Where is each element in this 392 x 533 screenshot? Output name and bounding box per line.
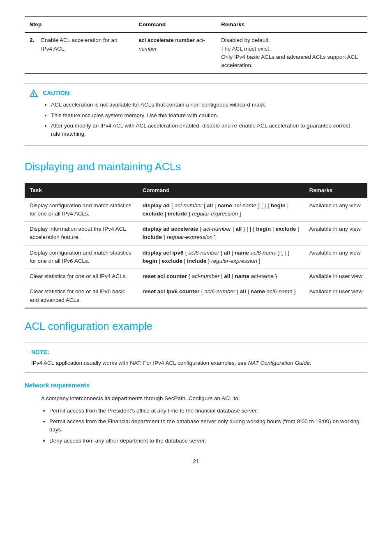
table-row: Clear statistics for one or all IPv6 bas… — [25, 284, 367, 308]
remarks-cell: Available in user view — [304, 284, 367, 308]
intro-text: A company interconnects its departments … — [25, 394, 367, 403]
step-table: Step Command Remarks 2. Enable ACL accel… — [25, 16, 367, 74]
col-task: Task — [25, 183, 138, 198]
list-item: Permit access from the Financial departm… — [49, 417, 367, 434]
note-content: IPv4 ACL application usually works with … — [31, 359, 361, 367]
remarks-cell: Available in user view — [304, 269, 367, 284]
command-bold: acl accelerate number — [138, 37, 195, 43]
remark-line1: Disabled by default. — [221, 36, 362, 44]
list-item: Deny access from any other department to… — [49, 437, 367, 445]
note-box: NOTE: IPv4 ACL application usually works… — [25, 343, 367, 373]
caution-box: CAUTION: ACL acceleration is not availab… — [25, 83, 367, 146]
maintaining-table: Task Command Remarks Display configurati… — [25, 183, 367, 308]
note-italic: NAT Configuration Guide — [248, 360, 310, 366]
step-description: Enable ACL acceleration for an IPv4 ACL. — [41, 36, 129, 53]
cmd-text: reset acl ipv6 counter { acl6-number | a… — [143, 288, 296, 294]
subsection-title: Network requirements — [25, 381, 367, 390]
command-cell: display ad accelerate { acl-number | all… — [138, 222, 304, 246]
table-row: 2. Enable ACL acceleration for an IPv4 A… — [25, 32, 367, 73]
caution-icon — [30, 89, 38, 101]
note-text: IPv4 ACL application usually works with … — [31, 360, 247, 366]
col-command: Command — [134, 17, 216, 32]
col-command: Command — [138, 183, 304, 198]
step-cell: 2. Enable ACL acceleration for an IPv4 A… — [25, 32, 134, 73]
task-cell: Display configuration and match statisti… — [25, 198, 138, 222]
task-cell: Clear statistics for one or all IPv6 bas… — [25, 284, 138, 308]
section2-title: ACL configuration example — [25, 318, 367, 334]
section1-title: Displaying and maintaining ACLs — [25, 159, 367, 175]
page-number: 21 — [25, 457, 367, 466]
task-cell: Display information about the IPv4 ACL a… — [25, 222, 138, 246]
command-cell: reset acl counter { acl-number | all | n… — [138, 269, 304, 284]
svg-point-2 — [33, 95, 34, 96]
remarks-cell: Available in any view — [304, 245, 367, 269]
col-remarks: Remarks — [216, 17, 367, 32]
cmd-text: display ad { acl-number | all | name acl… — [143, 202, 289, 217]
caution-item: After you modify an IPv4 ACL with ACL ac… — [51, 122, 361, 139]
col-remarks: Remarks — [304, 183, 367, 198]
task-cell: Clear statistics for one or all IPv4 ACL… — [25, 269, 138, 284]
caution-item: This feature occupies system memory. Use… — [51, 111, 361, 120]
table-row: Display information about the IPv4 ACL a… — [25, 222, 367, 246]
task-cell: Display configuration and match statisti… — [25, 245, 138, 269]
command-cell: acl accelerate number acl-number — [134, 32, 216, 73]
requirements-list: Permit access from the President's offic… — [25, 407, 367, 445]
command-cell: display ad { acl-number | all | name acl… — [138, 198, 304, 222]
cmd-text: display ad accelerate { acl-number | all… — [143, 226, 299, 240]
note-suffix: . — [310, 360, 311, 366]
command-cell: display acl ipv6 { acl6-number | all | n… — [138, 245, 304, 269]
caution-label: CAUTION: — [43, 89, 361, 97]
caution-content: CAUTION: ACL acceleration is not availab… — [43, 89, 361, 140]
note-label: NOTE: — [31, 348, 361, 357]
table-row: Clear statistics for one or all IPv4 ACL… — [25, 269, 367, 284]
remarks-cell: Available in any view — [304, 198, 367, 222]
list-item: Permit access from the President's offic… — [49, 407, 367, 415]
cmd-text: display acl ipv6 { acl6-number | all | n… — [143, 250, 289, 264]
remarks-cell: Disabled by default. The ACL must exist.… — [216, 32, 367, 73]
cmd-text: reset acl counter { acl-number | all | n… — [143, 273, 277, 279]
remark-line2: The ACL must exist. — [221, 45, 362, 53]
remarks-cell: Available in any view — [304, 222, 367, 246]
remark-line3: Only IPv4 basic ACLs and advanced ACLs s… — [221, 53, 362, 70]
step-number: 2. — [30, 36, 38, 53]
table-row: Display configuration and match statisti… — [25, 198, 367, 222]
caution-item: ACL acceleration is not available for AC… — [51, 101, 361, 109]
col-step: Step — [25, 17, 134, 32]
table-row: Display configuration and match statisti… — [25, 245, 367, 269]
command-cell: reset acl ipv6 counter { acl6-number | a… — [138, 284, 304, 308]
caution-list: ACL acceleration is not available for AC… — [43, 101, 361, 138]
